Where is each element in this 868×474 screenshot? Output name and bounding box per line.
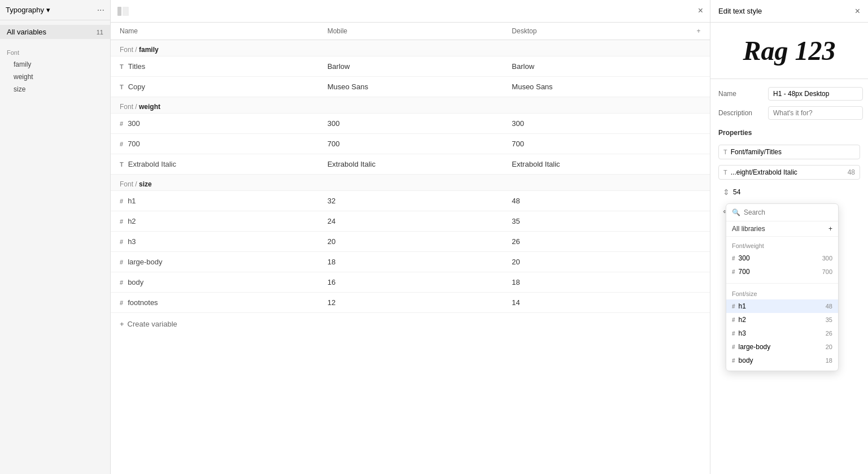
search-icon: 🔍 [732,208,740,216]
dropdown-section-weight: Font/weight # 300 300 # 700 700 [726,237,838,282]
line-height-icon: ⇕ [723,188,730,197]
desktop-value: 300 [503,114,687,134]
plus-icon: + [828,225,832,233]
dropdown-search-input[interactable] [744,208,832,216]
col-mobile: Mobile [319,23,503,40]
section-font-weight: Font / weight [111,97,710,114]
table-row: #h2 24 35 [111,211,710,232]
variables-table: Name Mobile Desktop + Font / family TTit… [111,23,710,313]
dropdown-item-label: 300 [739,254,819,262]
section-group-label: Font / [120,180,139,188]
dropdown-item-h2[interactable]: # h2 35 [726,313,838,327]
section-font-size: Font / size [111,175,710,191]
sidebar-section-font: Font [0,44,110,58]
dropdown-item-value: 48 [826,303,832,310]
dropdown-item-h3[interactable]: # h3 26 [726,327,838,340]
mobile-value: 300 [319,114,503,134]
name-input[interactable] [768,87,863,101]
var-name: body [128,278,143,286]
dropdown-item-label: h1 [739,302,822,310]
dropdown-item-value: 18 [826,357,832,364]
mobile-value: 20 [319,232,503,252]
dropdown-item-body[interactable]: # body 18 [726,354,838,367]
add-column-button[interactable]: + [687,23,710,40]
mobile-value: Museo Sans [319,77,503,97]
mobile-value: Barlow [319,56,503,77]
desktop-value: Barlow [503,56,687,77]
create-variable-label: Create variable [128,320,177,328]
sidebar: Typography ▾ ··· All variables 11 Font f… [0,0,111,474]
section-sub-label: size [139,180,152,188]
desktop-value: 14 [503,293,687,313]
section-group-label: Font / [120,103,139,111]
table-row: #large-body 18 20 [111,252,710,272]
sidebar-title[interactable]: Typography ▾ [6,6,50,14]
dropdown-section-size: Font/size # h1 48 # h2 35 # h3 26 # larg… [726,285,838,371]
hash-icon: # [732,269,735,275]
hash-icon: # [120,198,123,205]
dropdown-item-label: body [739,356,822,364]
sidebar-header: Typography ▾ ··· [0,0,110,20]
hash-icon: # [120,141,123,147]
create-variable-button[interactable]: + Create variable [111,313,710,335]
col-desktop: Desktop [503,23,687,40]
hash-icon: # [120,120,123,127]
properties-label: Properties [718,125,860,139]
table-row: #footnotes 12 14 [111,293,710,313]
description-input[interactable] [768,106,863,120]
dropdown-item-large-body[interactable]: # large-body 20 [726,340,838,354]
dropdown-item-value: 300 [822,255,832,262]
table-container: Name Mobile Desktop + Font / family TTit… [111,23,710,474]
desktop-value: 26 [503,232,687,252]
line-height-row: ⇕ 54 [718,185,860,199]
dropdown-item-value: 35 [826,316,832,323]
table-row: #h1 32 48 [111,191,710,211]
section-group-label: Font / [120,46,139,54]
svg-rect-0 [117,7,121,16]
sidebar-item-badge: 11 [97,29,103,36]
preview-area: Rag 123 [710,23,868,79]
property-label: ...eight/Extrabold Italic [731,168,797,176]
right-panel-close-icon[interactable]: × [855,6,860,16]
svg-rect-1 [123,7,129,16]
sidebar-item-all-variables[interactable]: All variables 11 [0,25,110,39]
description-row: Description [718,106,860,120]
dropdown-item-value: 20 [826,343,832,350]
hash-icon: # [120,218,123,225]
property-font-weight[interactable]: T ...eight/Extrabold Italic 48 [718,165,860,180]
dropdown-item-300[interactable]: # 300 300 [726,251,838,265]
name-label: Name [718,90,764,98]
right-panel-title: Edit text style [718,7,762,15]
panel-toggle-icon[interactable] [117,6,133,17]
dropdown-item-700[interactable]: # 700 700 [726,265,838,279]
mobile-value: 18 [319,252,503,272]
hash-icon: # [732,344,735,350]
desktop-value: 18 [503,272,687,293]
mobile-value: Extrabold Italic [319,154,503,175]
table-row: #700 700 700 [111,134,710,154]
sidebar-sub-item-size[interactable]: size [0,83,110,95]
hash-icon: # [120,299,123,306]
desktop-value: Museo Sans [503,77,687,97]
main-content: × Name Mobile Desktop + Font / family [111,0,710,474]
hash-icon: # [732,255,735,262]
dropdown-item-value: 700 [822,268,832,275]
close-icon[interactable]: × [698,6,703,16]
mobile-value: 700 [319,134,503,154]
desktop-value: Extrabold Italic [503,154,687,175]
sidebar-sub-item-family[interactable]: family [0,58,110,71]
property-font-family[interactable]: T Font/family/Titles [718,145,860,159]
dropdown-section-header-size: Font/size [726,288,838,299]
sidebar-sub-item-weight[interactable]: weight [0,71,110,83]
chevron-down-icon: ▾ [46,6,50,14]
hash-icon: # [732,303,735,310]
type-icon: T [120,161,124,168]
mobile-value: 16 [319,272,503,293]
table-row: TExtrabold Italic Extrabold Italic Extra… [111,154,710,175]
dropdown-item-h1[interactable]: # h1 48 [726,299,838,313]
desktop-value: 20 [503,252,687,272]
more-options-icon[interactable]: ··· [97,5,104,15]
all-libraries-button[interactable]: All libraries + [726,221,838,237]
mobile-value: 24 [319,211,503,232]
hash-icon: # [120,259,123,266]
